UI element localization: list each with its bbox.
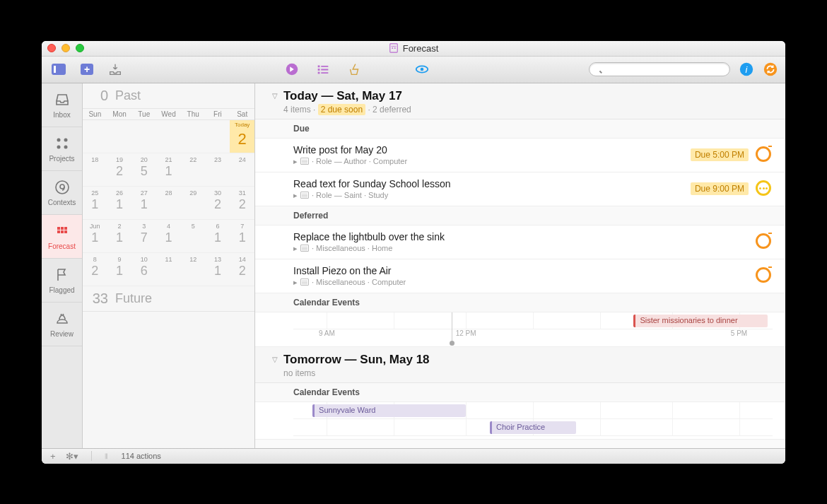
minimize-button[interactable] — [61, 44, 70, 52]
status-circle-icon[interactable] — [756, 180, 771, 196]
inbox-icon — [54, 91, 71, 108]
cleanup-button[interactable] — [346, 61, 362, 77]
quick-entry-button[interactable] — [105, 61, 125, 77]
calendar-day-cell[interactable]: 142 — [230, 253, 254, 286]
calendar-day-cell[interactable]: 28 — [156, 187, 181, 219]
past-label: Past — [115, 88, 141, 103]
action-menu-button[interactable]: ✻▾ — [66, 451, 78, 462]
disclosure-triangle[interactable]: ▽ — [272, 356, 278, 363]
calendar-day-cell[interactable]: 5 — [181, 220, 206, 252]
calendar-day-cell[interactable] — [83, 120, 107, 153]
window-title: Forecast — [42, 43, 785, 54]
calendar-day-cell[interactable]: 21 — [107, 220, 132, 252]
svg-rect-6 — [318, 69, 320, 71]
calendar-day-headers: SunMonTueWedThuFriSat — [83, 109, 254, 120]
list-icon — [315, 61, 331, 77]
new-action-button[interactable]: + — [77, 61, 97, 77]
calendar-weeks: 22181922052112223242512612712829302312Ju… — [83, 120, 254, 286]
calendar-day-cell[interactable] — [156, 120, 181, 153]
calendar-day-cell[interactable]: Jun1 — [83, 220, 107, 252]
status-circle-icon[interactable] — [756, 233, 771, 249]
calendar-day-cell[interactable]: 18 — [83, 153, 107, 186]
calendar-day-cell[interactable]: 61 — [206, 220, 230, 252]
calendar-event[interactable]: Choir Practice — [490, 421, 576, 434]
perspective-button[interactable] — [284, 61, 300, 77]
calendar-day-cell[interactable]: 71 — [230, 220, 254, 252]
perspective-sidebar: InboxProjectsContextsForecastFlaggedRevi… — [42, 83, 83, 448]
svg-rect-25 — [57, 230, 60, 233]
calendar-day-cell[interactable]: 91 — [107, 253, 132, 286]
past-count: 0 — [91, 88, 108, 104]
calendar-day-cell[interactable]: 271 — [131, 187, 156, 219]
calendar-day-cell[interactable]: 106 — [131, 253, 156, 286]
task-row[interactable]: Replace the lightbulb over the sink ▸ · … — [255, 225, 785, 259]
sync-button[interactable] — [763, 61, 778, 77]
calendar-day-cell[interactable]: 251 — [83, 187, 107, 219]
task-title: Replace the lightbulb over the sink — [293, 231, 756, 242]
zoom-button[interactable] — [76, 44, 84, 52]
task-row[interactable]: Install Piezo on the Air ▸ · Miscellaneo… — [255, 259, 785, 293]
calendar-day-cell[interactable]: 261 — [107, 187, 132, 219]
task-row[interactable]: Write post for May 20 ▸ · Role — Author … — [255, 139, 785, 172]
calendar-day-cell[interactable]: 12 — [181, 253, 206, 286]
calendar-day-cell[interactable]: 312 — [230, 187, 254, 219]
status-circle-icon[interactable] — [756, 267, 771, 283]
calendar-day-cell[interactable]: 23 — [206, 153, 230, 186]
calendar-day-cell[interactable]: 24 — [230, 153, 254, 186]
status-circle-icon[interactable] — [756, 146, 771, 162]
nav-inbox[interactable]: Inbox — [42, 83, 82, 127]
calendar-day-cell[interactable]: 302 — [206, 187, 230, 219]
nav-label: Inbox — [53, 111, 70, 119]
calendar-day-cell[interactable]: 192 — [107, 153, 132, 186]
calendar-week: 82911061112131142 — [83, 253, 254, 286]
nav-forecast[interactable]: Forecast — [42, 215, 82, 259]
past-summary-row[interactable]: 0 Past — [83, 83, 254, 109]
calendar-event[interactable]: Sunnyvale Ward — [312, 404, 466, 417]
disclosure-triangle[interactable]: ▽ — [272, 92, 278, 100]
section-header: Deferred — [255, 206, 785, 225]
calendar-day-cell[interactable]: 205 — [131, 153, 156, 186]
calendar-day-cell[interactable]: 131 — [206, 253, 230, 286]
future-label: Future — [115, 291, 152, 306]
calendar-day-cell[interactable]: 41 — [156, 220, 181, 252]
calendar-day-cell[interactable]: 22 — [230, 120, 254, 153]
calendar-day-cell[interactable]: 82 — [83, 253, 107, 286]
calendar-day-cell[interactable]: 22 — [181, 153, 206, 186]
calendar-event[interactable]: Sister missionaries to dinner — [633, 315, 768, 327]
flagged-icon — [54, 266, 71, 283]
add-button[interactable]: + — [50, 451, 56, 462]
svg-rect-27 — [64, 230, 67, 233]
task-row[interactable]: Read text for Sunday School lesson ▸ · R… — [255, 172, 785, 206]
nav-flagged[interactable]: Flagged — [42, 259, 82, 303]
sidebar-toggle-button[interactable] — [49, 61, 69, 77]
axis-label: 5 PM — [731, 329, 747, 337]
search-input[interactable] — [589, 62, 730, 76]
nav-contexts[interactable]: Contexts — [42, 171, 82, 215]
svg-rect-22 — [57, 227, 60, 230]
note-icon — [300, 158, 309, 165]
axis-label: 12 PM — [456, 329, 476, 337]
nav-label: Forecast — [48, 242, 76, 250]
calendar-day-cell[interactable] — [206, 120, 230, 153]
calendar-day-cell[interactable]: 11 — [156, 253, 181, 286]
future-summary-row[interactable]: 33 Future — [83, 286, 254, 312]
inspector-button[interactable]: i — [739, 61, 754, 77]
eye-icon — [414, 61, 430, 77]
nav-label: Contexts — [48, 199, 76, 206]
timeline: Sunnyvale WardChoir Practice — [255, 402, 785, 440]
calendar-day-cell[interactable]: 37 — [131, 220, 156, 252]
close-button[interactable] — [47, 44, 56, 52]
view-options-button[interactable] — [414, 61, 430, 77]
forecast-calendar-column: 0 Past SunMonTueWedThuFriSat 22181922052… — [83, 83, 255, 448]
calendar-day-cell[interactable]: 211 — [156, 153, 181, 186]
nav-review[interactable]: Review — [42, 303, 82, 346]
svg-point-12 — [421, 68, 424, 71]
svg-rect-3 — [394, 47, 396, 49]
calendar-day-cell[interactable] — [107, 120, 132, 153]
nav-projects[interactable]: Projects — [42, 127, 82, 171]
list-view-button[interactable] — [315, 61, 331, 77]
timeline-row: Choir Practice — [293, 419, 773, 436]
calendar-day-cell[interactable] — [131, 120, 156, 153]
calendar-day-cell[interactable]: 29 — [181, 187, 206, 219]
calendar-day-cell[interactable] — [181, 120, 206, 153]
